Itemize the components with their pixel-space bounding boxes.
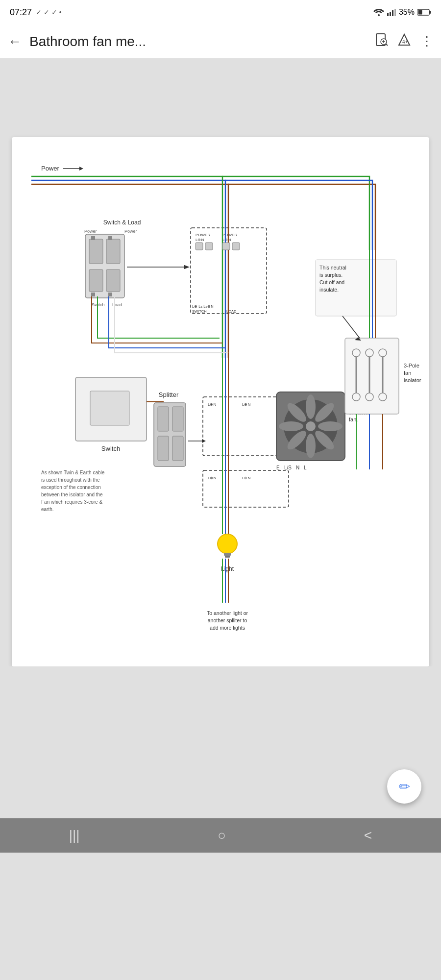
signal-icon — [387, 8, 396, 16]
svg-text:POWER: POWER — [222, 233, 237, 237]
svg-text:fan: fan — [404, 370, 411, 376]
svg-rect-27 — [108, 236, 112, 240]
svg-text:L: L — [304, 465, 307, 470]
svg-text:Splitter: Splitter — [159, 391, 179, 398]
svg-rect-58 — [158, 436, 169, 461]
diagram-svg: Power Switch & Load Power Power — [26, 152, 428, 652]
svg-text:L⊕N: L⊕N — [208, 402, 216, 407]
svg-text:another splliter to: another splliter to — [208, 617, 247, 623]
status-right: 35% — [373, 8, 431, 17]
status-checks: ✓ ✓ ✓ • — [36, 8, 62, 16]
svg-rect-123 — [224, 553, 231, 556]
wiring-diagram: Power Switch & Load Power Power — [26, 152, 415, 652]
svg-text:is surplus.: is surplus. — [319, 272, 343, 278]
svg-rect-29 — [108, 293, 112, 296]
svg-text:L⊕N: L⊕N — [242, 476, 250, 480]
grey-top-spacer — [0, 59, 441, 137]
svg-text:L⊕N: L⊕N — [196, 238, 204, 242]
recent-apps-button[interactable]: ||| — [69, 828, 80, 843]
svg-text:L⊕N: L⊕N — [222, 238, 231, 242]
svg-rect-23 — [106, 239, 120, 264]
svg-text:This neutral: This neutral — [319, 265, 346, 270]
svg-point-71 — [306, 394, 316, 419]
svg-rect-2 — [390, 12, 391, 16]
svg-text:L/S: L/S — [284, 465, 292, 470]
svg-rect-41 — [196, 243, 203, 250]
svg-rect-6 — [429, 11, 431, 14]
svg-rect-124 — [225, 556, 230, 558]
time: 07:27 — [10, 7, 32, 18]
svg-text:is used throughout with the: is used throughout with the — [41, 477, 100, 483]
document-card: Power Switch & Load Power Power — [12, 137, 429, 666]
svg-rect-7 — [418, 10, 422, 15]
fab-edit-button[interactable]: ✏ — [387, 769, 421, 804]
svg-marker-61 — [202, 439, 206, 443]
svg-text:N: N — [296, 465, 299, 470]
svg-text:between the isolator and the: between the isolator and the — [41, 492, 103, 497]
bottom-navigation: ||| ○ < — [0, 818, 441, 853]
svg-text:Cut off and: Cut off and — [319, 279, 344, 285]
svg-rect-56 — [158, 407, 169, 431]
svg-text:Power: Power — [41, 165, 60, 172]
svg-text:isolator: isolator — [404, 377, 421, 383]
svg-point-77 — [279, 421, 303, 431]
svg-text:Power: Power — [124, 229, 137, 234]
svg-rect-22 — [89, 239, 103, 264]
svg-text:add more lights: add more lights — [210, 625, 245, 631]
svg-rect-1 — [387, 13, 389, 16]
svg-line-105 — [343, 316, 360, 338]
search-doc-icon[interactable] — [375, 33, 388, 49]
page-title: Bathroom fan me... — [29, 34, 368, 49]
svg-text:Fan which requires 3-core &: Fan which requires 3-core & — [41, 499, 102, 505]
svg-text:E: E — [276, 465, 280, 470]
status-left: 07:27 ✓ ✓ ✓ • — [10, 7, 62, 18]
status-bar: 07:27 ✓ ✓ ✓ • 35% — [0, 0, 441, 24]
svg-line-10 — [386, 44, 388, 46]
top-bar: ← Bathroom fan me... 4+ ⋮ — [0, 24, 441, 59]
svg-rect-25 — [106, 270, 120, 292]
svg-text:L⊕ Ls Ls⊕N: L⊕ Ls Ls⊕N — [192, 304, 214, 309]
more-options-icon[interactable]: ⋮ — [420, 34, 433, 49]
svg-point-73 — [318, 421, 343, 431]
svg-text:To another light or: To another light or — [207, 610, 248, 616]
svg-text:Switch: Switch — [92, 302, 105, 307]
annotate-icon[interactable]: 4+ — [398, 33, 411, 49]
svg-rect-26 — [91, 236, 95, 240]
svg-rect-44 — [232, 243, 240, 250]
back-button[interactable]: ← — [8, 34, 22, 49]
svg-rect-57 — [172, 407, 183, 431]
svg-rect-42 — [205, 243, 213, 250]
svg-text:earth.: earth. — [41, 507, 54, 512]
svg-point-75 — [306, 434, 316, 458]
svg-text:4+: 4+ — [402, 39, 408, 45]
svg-rect-3 — [392, 10, 393, 16]
svg-text:Power: Power — [84, 229, 97, 234]
edit-icon: ✏ — [399, 779, 410, 795]
svg-rect-4 — [394, 9, 396, 16]
battery-level: 35% — [399, 8, 415, 17]
svg-rect-24 — [89, 270, 103, 292]
svg-text:Load: Load — [112, 302, 122, 307]
svg-text:As shown Twin & Earth cable: As shown Twin & Earth cable — [41, 470, 105, 475]
svg-rect-28 — [91, 293, 95, 296]
top-icons: 4+ ⋮ — [375, 33, 433, 49]
battery-icon — [417, 9, 431, 16]
wifi-icon — [373, 8, 384, 16]
svg-text:3-Pole: 3-Pole — [404, 363, 419, 368]
back-button-nav[interactable]: < — [364, 828, 372, 843]
svg-text:L⊕N: L⊕N — [208, 476, 216, 480]
svg-text:Switch & Load: Switch & Load — [103, 219, 141, 226]
svg-text:insulate.: insulate. — [319, 287, 339, 293]
svg-text:SWITCH: SWITCH — [192, 309, 207, 314]
svg-rect-43 — [222, 243, 230, 250]
svg-point-70 — [306, 421, 316, 431]
svg-text:L⊕N: L⊕N — [242, 402, 250, 407]
svg-text:Switch: Switch — [101, 445, 120, 452]
svg-marker-17 — [79, 167, 83, 171]
svg-rect-59 — [172, 436, 183, 461]
home-button[interactable]: ○ — [218, 828, 226, 843]
svg-text:POWER: POWER — [196, 233, 210, 237]
svg-text:exception of the connection: exception of the connection — [41, 485, 101, 490]
svg-rect-52 — [90, 391, 129, 425]
svg-point-0 — [378, 14, 380, 16]
